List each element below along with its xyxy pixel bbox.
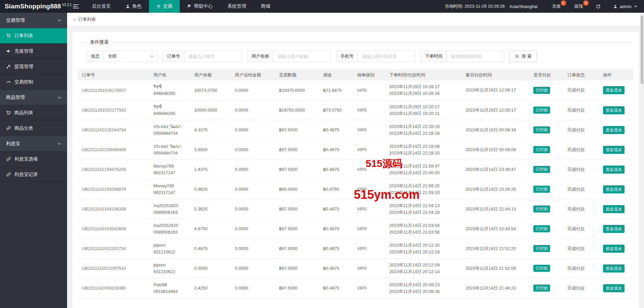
order-time: 2023年11月14日 22:28:06 [389, 143, 461, 150]
cell-times: 2023年11月29日 10:26:172023年11月29日 10:26:34 [387, 80, 463, 100]
paid-badge: 已付款 [533, 225, 550, 232]
nav-item-dashboard[interactable]: 后台首页 [85, 0, 118, 13]
user-menu[interactable]: admin [606, 0, 644, 13]
fund-flow-button[interactable]: 资金流水 [603, 166, 625, 174]
cell-amount: ฿97.5000 [276, 239, 321, 258]
cell-paid: 已付款 [531, 160, 565, 179]
username-input[interactable] [273, 51, 330, 62]
status-select[interactable]: 全部 [104, 51, 157, 62]
sidebar-item-order-list[interactable]: 订单列表 [0, 28, 67, 44]
megaphone-icon [6, 49, 11, 54]
withdraw-button[interactable]: 提现 0 [568, 0, 590, 13]
page-scrollbar[interactable] [640, 13, 644, 308]
table-row: UB2311142159256879 Money789992317147 0.9… [78, 179, 633, 199]
sidebar-section-interest[interactable]: 利息宝 [0, 136, 67, 151]
fund-flow-button[interactable]: 资金流水 [603, 205, 625, 213]
user-id: 931210622 [153, 249, 189, 255]
breadcrumb-separator: » [73, 16, 76, 22]
sidebar-toggle-button[interactable] [67, 0, 85, 13]
sidebar-item-interest-records[interactable]: 利息宝记录 [0, 167, 67, 182]
cell-commission: ฿0.4875 [320, 120, 354, 140]
status-label: 状态 [87, 51, 104, 62]
cell-user: piporn931210622 [151, 239, 191, 258]
scrollbar-thumb[interactable] [641, 15, 643, 84]
order-no-input[interactable] [184, 51, 241, 62]
paid-badge: 已付款 [533, 166, 550, 173]
fund-flow-button[interactable]: 资金流水 [603, 264, 625, 272]
cell-balance: 10073.0750 [192, 80, 232, 100]
fund-flow-button[interactable]: 资金流水 [603, 86, 625, 94]
sidebar-item-goods-category[interactable]: 商品分类 [0, 121, 67, 136]
cell-user: Patz880915614464 [151, 278, 191, 298]
cell-level: VIP0 [354, 179, 386, 199]
pay-time: 2023年11月14日 22:28:18 [389, 130, 461, 137]
pay-time: 2023年11月14日 21:59:33 [389, 189, 461, 196]
sidebar-item-trade-control[interactable]: 交易控制 [0, 74, 67, 90]
fund-flow-button[interactable]: 资金流水 [603, 185, 625, 193]
phone-label: 手机号 [336, 51, 358, 62]
cell-action: 资金流水 [600, 258, 633, 278]
fund-flow-button[interactable]: 资金流水 [603, 225, 625, 233]
fund-flow-button[interactable]: 资金流水 [603, 146, 625, 154]
user-id: 946646265 [153, 90, 189, 97]
fund-flow-button[interactable]: 资金流水 [603, 284, 625, 292]
cell-status: 完成付款 [565, 100, 600, 120]
paid-badge: 已付款 [533, 265, 550, 272]
cell-commission: ฿71.6875 [320, 80, 354, 100]
nav-item-help-center[interactable]: 帮助中心 [180, 0, 220, 13]
cell-amount: ฿97.5000 [276, 278, 321, 298]
cell-frozen: 0.0000 [232, 219, 276, 239]
username: ประลอง วัฒนา [153, 143, 189, 150]
order-time: 2023年11月14日 21:03:54 [389, 222, 461, 229]
fund-flow-button[interactable]: 资金流水 [603, 106, 625, 114]
refresh-button[interactable] [590, 0, 606, 13]
order-time: 2023年11月29日 10:26:17 [389, 83, 461, 90]
nav-item-system[interactable]: 系统管理 [220, 0, 254, 13]
fund-flow-button[interactable]: 资金流水 [603, 126, 625, 134]
link-icon [6, 157, 11, 162]
paid-badge: 已付款 [533, 285, 550, 292]
nav-item-trade[interactable]: 交易 [149, 0, 180, 13]
nav-item-roles[interactable]: 角色 [118, 0, 149, 13]
recharge-button[interactable]: 充值 0 [545, 0, 568, 13]
chevron-down-icon [58, 97, 61, 99]
cell-order-no: UB2311142228164784 [78, 120, 151, 140]
cell-amount: ฿95.0000 [276, 179, 321, 199]
sidebar: 交易管理 订单列表 充值管理 提现管理 交易控制 商品管理 商品列表 [0, 13, 67, 308]
sidebar-item-interest-options[interactable]: 利息宝选项 [0, 151, 67, 167]
cell-balance: 2.4250 [192, 278, 232, 298]
order-time: 2023年11月14日 21:59:47 [389, 163, 461, 170]
order-date-input[interactable] [447, 51, 504, 62]
sidebar-item-withdraw-mgmt[interactable]: 提现管理 [0, 59, 67, 74]
pay-time: 2023年11月29日 10:26:34 [389, 90, 461, 97]
search-fieldset: 条件搜索 [80, 39, 631, 45]
pay-time: 2023年11月14日 20:12:24 [389, 249, 461, 255]
cell-order-no: UB2311142159475259 [78, 160, 151, 179]
table-row: UB2311142228164784 ประลอง วัฒนา095948470… [78, 120, 633, 140]
sidebar-section-goods[interactable]: 商品管理 [0, 90, 67, 105]
paid-badge: 已付款 [533, 107, 550, 114]
phone-filter: 手机号 [336, 51, 415, 62]
cell-order-no: UB2311291026178557 [78, 80, 151, 100]
username: Patz88 [153, 282, 189, 288]
cell-user: ประลอง วัฒนา0959484704 [151, 120, 191, 140]
col-order-time: 下单时间/付款时间 [387, 69, 463, 80]
nav-item-mall[interactable]: 商城 [254, 0, 278, 13]
cell-action: 资金流水 [600, 278, 633, 298]
sidebar-section-trade[interactable]: 交易管理 [0, 13, 67, 28]
sidebar-item-recharge-mgmt[interactable]: 充值管理 [0, 44, 67, 59]
username-label: 用户名称 [248, 51, 273, 62]
username: Aa20252820 [153, 222, 189, 229]
phone-input[interactable] [358, 51, 415, 62]
cell-amount: ฿97.5000 [276, 140, 321, 160]
sidebar-item-goods-list[interactable]: 商品列表 [0, 105, 67, 121]
status-filter: 状态 全部 [87, 51, 157, 62]
cell-commission: ฿0.4875 [320, 239, 354, 258]
cell-last-pay: 2023年11月14日 21:52:20 [463, 239, 531, 258]
gavel-icon [6, 64, 11, 69]
cell-paid: 已付款 [531, 100, 565, 120]
search-legend: 条件搜索 [87, 39, 112, 45]
search-button[interactable]: 搜 索 [509, 51, 537, 62]
paid-badge: 已付款 [533, 205, 550, 212]
fund-flow-button[interactable]: 资金流水 [603, 245, 625, 253]
